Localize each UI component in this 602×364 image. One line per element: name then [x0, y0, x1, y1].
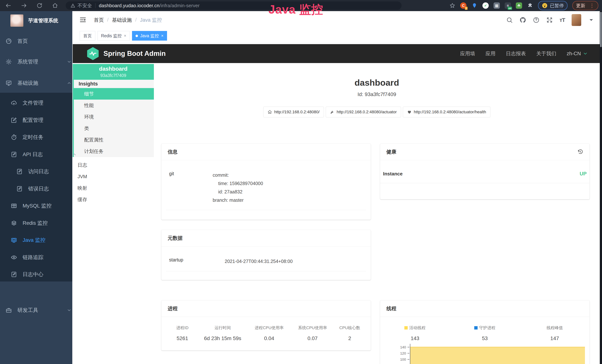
extension-switch-icon[interactable]: ≡on — [505, 2, 511, 9]
browser-forward-icon[interactable] — [21, 2, 27, 9]
close-icon[interactable]: × — [161, 33, 163, 38]
heart-icon — [407, 110, 412, 114]
github-icon[interactable] — [519, 17, 526, 23]
health-instance-row[interactable]: Instance UP — [380, 168, 590, 183]
breadcrumb-infra[interactable]: 基础设施 — [112, 17, 132, 23]
chevron-down-icon — [67, 59, 72, 64]
sba-nav-journal[interactable]: 日志报表 — [506, 50, 526, 57]
extension-grid-icon[interactable]: ▦ — [494, 2, 500, 9]
tab-java-monitor[interactable]: Java 监控 × — [132, 31, 167, 41]
extension-leaf-icon[interactable]: ☘ — [516, 2, 522, 9]
scrollbar-thumb[interactable] — [600, 12, 602, 47]
instance-id-line: Id: 93a3fc7f7409 — [154, 91, 600, 97]
sba-header: Spring Boot Admin 应用墙 应用 日志报表 关于我们 zh-CN — [73, 44, 600, 63]
sidebar-item-redis-monitor[interactable]: Redis 监控 — [0, 217, 83, 229]
extension-c-icon[interactable]: C1 — [460, 2, 466, 9]
metadata-card: 元数据 startup 2021-04-27T00:44:31.254+08:0… — [161, 230, 371, 280]
sba-locale-select[interactable]: zh-CN — [567, 51, 588, 57]
history-icon[interactable] — [577, 149, 583, 155]
threads-card: 线程 活动线程 143 守护进程 53 线程峰值 147 — [380, 300, 590, 364]
app-title: 芋道管理系统 — [28, 17, 58, 24]
sba-menu-caches[interactable]: 缓存 — [73, 194, 154, 205]
health-url-button[interactable]: http://192.168.0.2:48080/actuator/health — [403, 107, 490, 117]
extension-pin-icon[interactable] — [471, 2, 478, 9]
service-url-button[interactable]: http://192.168.0.2:48080/ — [263, 107, 324, 117]
threads-card-title: 线程 — [386, 300, 396, 317]
sidebar-item-access-log[interactable]: 访问日志 — [0, 166, 89, 177]
font-size-icon[interactable]: тT — [559, 17, 565, 23]
sidebar-item-tracing[interactable]: 链路追踪 — [0, 252, 83, 263]
browser-reload-icon[interactable] — [36, 2, 43, 9]
sba-nav-applications[interactable]: 应用 — [485, 50, 495, 57]
home-icon — [268, 110, 272, 114]
profile-paused-badge[interactable]: 已暂停 — [538, 1, 568, 10]
url-path: /infra/admin-server — [160, 3, 200, 9]
sba-menu-config-props[interactable]: 配置属性 — [74, 134, 154, 146]
sidebar-item-scheduled-jobs[interactable]: 定时任务 — [0, 132, 83, 143]
chart-live-threads-area — [410, 347, 585, 364]
bookmark-star-icon[interactable] — [449, 3, 455, 9]
sidebar-item-config-manage[interactable]: 配置管理 — [0, 115, 83, 126]
not-secure-warning-icon — [70, 3, 75, 8]
instance-title: dashboard — [154, 77, 600, 88]
eye-icon — [11, 254, 17, 260]
actuator-url-button[interactable]: http://192.168.0.2:48080/actuator — [326, 107, 401, 117]
breadcrumb-home[interactable]: 首页 — [94, 17, 104, 23]
tab-redis-monitor[interactable]: Redis 监控 × — [97, 31, 130, 41]
chevron-up-icon — [67, 81, 72, 86]
sba-nav-about[interactable]: 关于我们 — [536, 50, 556, 57]
info-card: 信息 git commit: time: 1596289704000 id: 2… — [161, 144, 371, 220]
sidebar-item-api-log[interactable]: API 日志 — [0, 149, 83, 160]
doc-edit-icon — [11, 151, 17, 158]
sidebar-item-home[interactable]: 首页 — [0, 36, 78, 47]
process-card: 进程 进程ID 5261 运行时间 6d 23h 15m 59s 进程CPU使用… — [161, 300, 371, 351]
doc-edit-icon — [16, 168, 23, 175]
sidebar-item-java-monitor[interactable]: Java 监控 — [0, 235, 83, 246]
sba-menu-scheduled-tasks[interactable]: 计划任务 — [74, 146, 154, 157]
sba-menu-metrics[interactable]: 性能 — [74, 100, 154, 111]
instance-name: dashboard — [73, 66, 154, 72]
sba-instance-box[interactable]: dashboard 93a3fc7f7409 — [73, 64, 154, 80]
sba-menu-classes[interactable]: 类 — [74, 123, 154, 134]
metadata-card-title: 元数据 — [168, 230, 183, 246]
active-dot-icon — [136, 35, 138, 37]
help-icon[interactable] — [533, 17, 539, 23]
user-avatar[interactable] — [572, 14, 581, 26]
sidebar-item-error-log[interactable]: 错误日志 — [0, 183, 89, 194]
sidebar-item-mysql-monitor[interactable]: MySQL 监控 — [0, 200, 83, 211]
sba-brand[interactable]: Spring Boot Admin — [103, 50, 166, 57]
tab-home[interactable]: 首页 — [80, 31, 95, 41]
sba-menu-details[interactable]: 细节 — [74, 88, 154, 100]
extensions-puzzle-icon[interactable] — [527, 2, 533, 9]
legend-yellow-icon — [404, 326, 408, 330]
info-git-row: git commit: time: 1596289704000 id: 27aa… — [166, 171, 366, 210]
sba-logo-icon[interactable] — [87, 47, 99, 60]
search-icon[interactable] — [506, 17, 513, 23]
metadata-startup-row: startup 2021-04-27T00:44:31.254+08:00 — [166, 257, 366, 271]
avatar-caret-icon[interactable] — [588, 17, 595, 23]
sidebar-item-file-manage[interactable]: 文件管理 — [0, 97, 83, 108]
sidebar-collapse-icon[interactable] — [79, 16, 87, 24]
browser-update-button[interactable]: 更新 ⋮ — [572, 1, 598, 10]
doc-edit-icon — [11, 271, 17, 278]
sba-menu-environment[interactable]: 环境 — [74, 111, 154, 123]
extension-v-icon[interactable]: ✔ — [483, 2, 489, 9]
address-bar[interactable]: 不安全 dashboard.yudao.iocoder.cn/infra/adm… — [66, 1, 402, 10]
browser-menu-icon[interactable]: ⋮ — [589, 3, 595, 9]
sba-nav-wallboard[interactable]: 应用墙 — [460, 50, 475, 57]
sidebar-item-log-center[interactable]: 日志中心 — [0, 269, 83, 280]
fullscreen-icon[interactable] — [546, 17, 553, 23]
sba-sidebar: dashboard 93a3fc7f7409 Insights 细节 性能 环境… — [73, 63, 154, 364]
edit-icon — [11, 117, 17, 123]
legend-live-threads: 活动线程 — [380, 325, 450, 331]
browser-home-icon[interactable] — [52, 2, 58, 9]
sidebar-item-system[interactable]: 系统管理 — [0, 56, 78, 67]
chevron-down-icon — [67, 308, 72, 313]
scrollbar-track[interactable] — [600, 11, 602, 364]
sidebar-item-dev-tools[interactable]: 研发工具 — [0, 305, 78, 316]
browser-back-icon[interactable] — [5, 2, 11, 9]
threads-area-chart: 140 120 100 — [380, 344, 590, 364]
close-icon[interactable]: × — [124, 33, 126, 38]
sidebar-item-infra[interactable]: 基础设施 — [0, 77, 78, 89]
app-sidebar: 芋道管理系统 首页 系统管理 基础设施 文件管理 配置管理 定时任务 API 日… — [0, 11, 72, 364]
